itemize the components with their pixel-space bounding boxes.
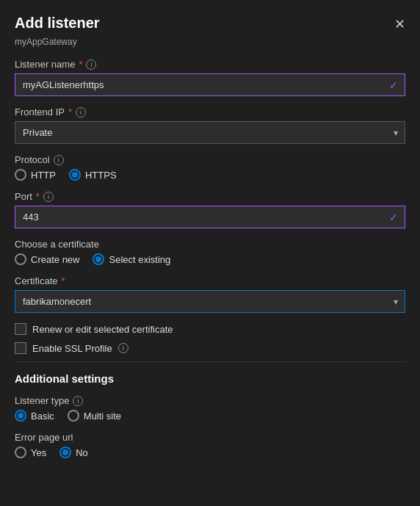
port-select[interactable]: 443 80 8080 — [15, 206, 405, 228]
listener-type-basic-option[interactable]: Basic — [15, 410, 54, 422]
add-listener-panel: Add listener ✕ myAppGateway Listener nam… — [0, 0, 420, 506]
protocol-https-option[interactable]: HTTPS — [69, 169, 117, 181]
listener-name-group: Listener name * i myAGListenerhttps ✓ — [15, 59, 405, 96]
select-existing-option[interactable]: Select existing — [93, 253, 170, 265]
select-existing-radio[interactable] — [93, 253, 104, 265]
port-wrapper: 443 80 8080 ✓ — [15, 206, 405, 228]
ssl-profile-info-icon[interactable]: i — [118, 343, 128, 353]
error-page-url-label: Error page url — [15, 432, 405, 443]
listener-type-multisite-radio[interactable] — [68, 410, 79, 422]
listener-name-input[interactable]: myAGListenerhttps — [15, 73, 405, 96]
frontend-ip-group: Frontend IP * i Private Public ▾ — [15, 106, 405, 144]
close-button[interactable]: ✕ — [394, 16, 405, 32]
error-page-url-radio-group: Yes No — [15, 447, 405, 458]
protocol-https-radio-inner — [72, 172, 78, 178]
error-page-url-no-option[interactable]: No — [59, 447, 88, 458]
error-page-url-yes-radio[interactable] — [15, 447, 26, 458]
listener-name-wrapper: myAGListenerhttps ✓ — [15, 73, 405, 96]
certificate-group: Certificate * fabrikamonecert ▾ — [15, 275, 405, 313]
listener-name-label: Listener name * i — [15, 59, 405, 70]
create-new-option[interactable]: Create new — [15, 253, 79, 265]
choose-certificate-group: Choose a certificate Create new Select e… — [15, 239, 405, 265]
error-page-url-no-radio[interactable] — [59, 447, 71, 458]
frontend-ip-wrapper: Private Public ▾ — [15, 121, 405, 144]
certificate-required-star: * — [62, 275, 65, 286]
panel-header: Add listener ✕ — [0, 0, 420, 37]
protocol-group: Protocol i HTTP HTTPS — [15, 154, 405, 181]
required-star: * — [79, 59, 82, 70]
panel-title: Add listener — [15, 15, 100, 32]
choose-certificate-label: Choose a certificate — [15, 239, 405, 250]
port-group: Port * i 443 80 8080 ✓ — [15, 191, 405, 228]
select-existing-radio-inner — [95, 256, 101, 262]
protocol-label: Protocol i — [15, 154, 405, 165]
certificate-wrapper: fabrikamonecert ▾ — [15, 290, 405, 313]
listener-type-multisite-option[interactable]: Multi site — [68, 410, 121, 422]
protocol-http-option[interactable]: HTTP — [15, 169, 56, 181]
listener-type-label: Listener type i — [15, 395, 405, 406]
panel-subtitle: myAppGateway — [0, 37, 420, 56]
frontend-ip-select[interactable]: Private Public — [15, 121, 405, 144]
frontend-ip-info-icon[interactable]: i — [76, 107, 86, 118]
frontend-ip-required-star: * — [68, 106, 72, 118]
error-page-url-no-radio-inner — [62, 449, 68, 455]
create-new-radio[interactable] — [15, 253, 26, 265]
certificate-select[interactable]: fabrikamonecert — [15, 290, 405, 313]
frontend-ip-label: Frontend IP * i — [15, 106, 405, 118]
port-info-icon[interactable]: i — [43, 192, 54, 202]
port-required-star: * — [36, 191, 40, 202]
error-page-url-group: Error page url Yes No — [15, 432, 405, 458]
listener-type-basic-radio[interactable] — [15, 410, 26, 422]
renew-certificate-checkbox[interactable] — [15, 323, 26, 335]
certificate-choice-radio-group: Create new Select existing — [15, 253, 405, 265]
additional-settings-header: Additional settings — [15, 372, 405, 385]
listener-name-info-icon[interactable]: i — [86, 59, 96, 70]
form-body: Listener name * i myAGListenerhttps ✓ Fr… — [0, 56, 420, 483]
protocol-https-radio[interactable] — [69, 169, 81, 181]
divider — [15, 361, 405, 362]
enable-ssl-profile-checkbox[interactable] — [15, 342, 26, 354]
listener-type-info-icon[interactable]: i — [73, 396, 83, 406]
error-page-url-yes-option[interactable]: Yes — [15, 447, 46, 458]
listener-type-radio-group: Basic Multi site — [15, 410, 405, 422]
protocol-http-radio[interactable] — [15, 169, 26, 181]
protocol-info-icon[interactable]: i — [54, 155, 64, 165]
protocol-radio-group: HTTP HTTPS — [15, 169, 405, 181]
port-label: Port * i — [15, 191, 405, 202]
enable-ssl-profile-checkbox-item[interactable]: Enable SSL Profile i — [15, 342, 405, 354]
listener-type-group: Listener type i Basic Multi site — [15, 395, 405, 422]
renew-certificate-checkbox-item[interactable]: Renew or edit selected certificate — [15, 323, 405, 335]
certificate-label: Certificate * — [15, 275, 405, 286]
listener-type-basic-radio-inner — [18, 413, 23, 419]
